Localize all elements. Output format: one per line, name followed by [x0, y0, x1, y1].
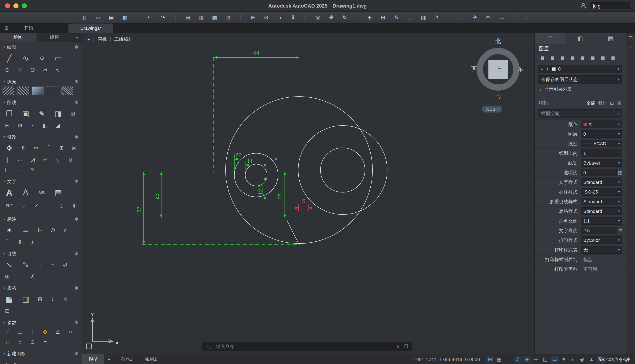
pdf-import-icon[interactable]: PDF: [2, 200, 16, 212]
polar-tracking-icon[interactable]: ∠: [514, 356, 522, 363]
lengthen-tool-icon[interactable]: ↔: [15, 166, 25, 174]
plot-style-dropdown[interactable]: ByColor ▾: [581, 236, 622, 244]
section-options-icon[interactable]: ✱: [75, 134, 78, 140]
edit-leader-icon[interactable]: ✎: [19, 258, 32, 271]
text-style-dropdown[interactable]: Standard ▾: [581, 178, 622, 186]
section-options-icon[interactable]: ✱: [75, 351, 78, 356]
ordinate-dimension-icon[interactable]: ⇕: [15, 238, 25, 246]
spline-tool-icon[interactable]: ∿: [53, 66, 62, 74]
solid-fill-icon[interactable]: [61, 86, 73, 95]
workspace-menu-icon[interactable]: ≣: [522, 13, 531, 22]
viewcube[interactable]: 北 上 南 西 东: [473, 38, 523, 101]
add-leader-icon[interactable]: +: [35, 260, 45, 269]
viewcube-south[interactable]: 南: [473, 92, 523, 100]
vertical-constraint-icon[interactable]: ↕: [15, 338, 25, 346]
transparency-toggle-icon[interactable]: ◐: [569, 356, 577, 363]
wcs-dropdown[interactable]: WCS ▾: [482, 106, 502, 112]
section-hatch-header[interactable]: ▾ 填充 ✱: [0, 78, 82, 86]
multiline-tool-icon[interactable]: ≋: [15, 66, 25, 74]
layer-freeze-icon[interactable]: ≣: [588, 54, 597, 62]
annotation-scale-dropdown[interactable]: 1:1 ▾: [581, 217, 622, 224]
palette-tab-draw[interactable]: 绘图: [0, 33, 36, 42]
section-options-icon[interactable]: ✱: [75, 100, 78, 106]
section-modify-header[interactable]: ▾ 修改 ✱: [0, 133, 82, 141]
annotation-visibility-icon[interactable]: ◉: [578, 356, 586, 363]
rectangle-tool-icon[interactable]: ▭: [52, 52, 65, 64]
parallel-constraint-icon[interactable]: ∥: [28, 328, 38, 336]
section-options-icon[interactable]: ✱: [75, 286, 78, 291]
transparency-slider-icon[interactable]: ▥: [618, 170, 622, 175]
block-tool2-icon[interactable]: ⊟: [2, 121, 12, 130]
batch-plot-icon[interactable]: ▧: [224, 13, 233, 22]
mirror-tool-icon[interactable]: ⋈: [69, 144, 79, 152]
plot-style-table-dropdown[interactable]: 无 ▾: [581, 246, 622, 254]
clean-screen-icon[interactable]: ⊡: [615, 356, 623, 363]
ellipse-tool-icon[interactable]: ∅: [28, 66, 38, 74]
viewport-menu-button[interactable]: +: [87, 37, 90, 42]
properties-list-icon[interactable]: ▤: [617, 100, 622, 106]
linetype-dropdown[interactable]: ACAD... ▾: [581, 140, 622, 147]
dimension-style-icon[interactable]: ✶: [2, 224, 16, 236]
section-options-icon[interactable]: ✱: [75, 320, 78, 325]
dynamic-input-icon[interactable]: ▭: [550, 356, 558, 363]
workspace-switch-icon[interactable]: ⚙: [597, 356, 605, 363]
delete-leader-icon[interactable]: ✗: [28, 272, 38, 281]
block-tool5-icon[interactable]: ◧: [40, 121, 50, 130]
sheet-set-manager-icon[interactable]: ≣: [457, 13, 466, 22]
minimize-window-button[interactable]: [14, 3, 18, 8]
baseline-dimension-icon[interactable]: ⊢: [35, 226, 45, 235]
grid-toggle-icon[interactable]: ⊞: [486, 356, 494, 363]
layer-properties-icon[interactable]: ≣: [538, 54, 547, 62]
tab-drawing1[interactable]: Drawing1*: [68, 24, 114, 33]
remove-leader-icon[interactable]: −: [48, 260, 58, 269]
edit-block-icon[interactable]: ✎: [35, 108, 49, 120]
search-input[interactable]: jq g: [590, 2, 630, 9]
annotation-autoscale-icon[interactable]: ▲: [588, 356, 596, 363]
save-icon[interactable]: ▣: [107, 13, 116, 22]
polyline-tool-icon[interactable]: ∿: [19, 52, 32, 64]
single-text-tool-icon[interactable]: A: [19, 186, 32, 198]
lock-constraint-icon[interactable]: ⊛: [40, 328, 50, 336]
copy-clip-icon[interactable]: ⊞: [365, 13, 374, 22]
block-attributes-icon[interactable]: ◨: [52, 108, 65, 120]
stretch-tool-icon[interactable]: ⇔: [15, 155, 25, 164]
add-panel-icon[interactable]: +: [5, 362, 8, 364]
table-style-icon[interactable]: ≣: [60, 295, 70, 304]
block-tool6-icon[interactable]: ◪: [53, 121, 62, 130]
scale-text-icon[interactable]: ⇕: [57, 202, 66, 210]
current-layer-dropdown[interactable]: ● ☀ 0 ▾: [538, 65, 622, 73]
boundary-icon[interactable]: [46, 86, 58, 95]
section-options-icon[interactable]: ✱: [75, 179, 78, 184]
layout1-tab[interactable]: 布局1: [114, 354, 138, 364]
osnap-toggle-icon[interactable]: ◈: [523, 356, 531, 363]
lineweight-dropdown[interactable]: ByLayer ▾: [581, 159, 622, 167]
view-control-button[interactable]: 俯视: [97, 36, 107, 42]
table-style-dropdown[interactable]: Standard ▾: [581, 208, 622, 215]
panel-float-icon[interactable]: ❐: [628, 36, 633, 41]
table-tool-icon[interactable]: ▦: [2, 293, 16, 305]
lineweight-toggle-icon[interactable]: ≡: [560, 356, 568, 363]
close-window-button[interactable]: [5, 3, 10, 8]
table-export-icon[interactable]: ⇓: [48, 295, 58, 304]
chamfer-tool-icon[interactable]: ◺: [53, 155, 62, 164]
match-layer-icon[interactable]: ≣: [558, 54, 567, 62]
move-tool-icon[interactable]: ✥: [2, 142, 16, 154]
layer-visibility-icon[interactable]: ☀: [546, 66, 549, 71]
offset-tool-icon[interactable]: ∥: [2, 155, 12, 164]
section-options-icon[interactable]: ✱: [75, 251, 78, 256]
zoom-window-icon[interactable]: ◎: [313, 13, 322, 22]
block-tool1-icon[interactable]: ⊞: [68, 109, 78, 118]
new-file-icon[interactable]: ▯: [80, 13, 89, 22]
fillet-tool-icon[interactable]: ⌒: [44, 144, 54, 152]
check-text-icon[interactable]: ✓: [32, 202, 41, 210]
hatch-pattern-icon[interactable]: [2, 86, 14, 95]
find-text-icon[interactable]: ◌: [19, 202, 28, 210]
model-tab[interactable]: 模型: [82, 354, 104, 364]
hatch-pattern2-icon[interactable]: [17, 86, 29, 95]
open-file-icon[interactable]: ▱: [93, 13, 102, 22]
palette-tab-model[interactable]: 建模: [36, 33, 73, 42]
linear-dimension-icon[interactable]: ↔: [19, 224, 32, 236]
table-cell-icon[interactable]: ⊞: [35, 295, 45, 304]
snap-toggle-icon[interactable]: ▦: [495, 356, 503, 363]
layer-state-dropdown[interactable]: 未保存的图层状态 ▾: [538, 75, 622, 84]
